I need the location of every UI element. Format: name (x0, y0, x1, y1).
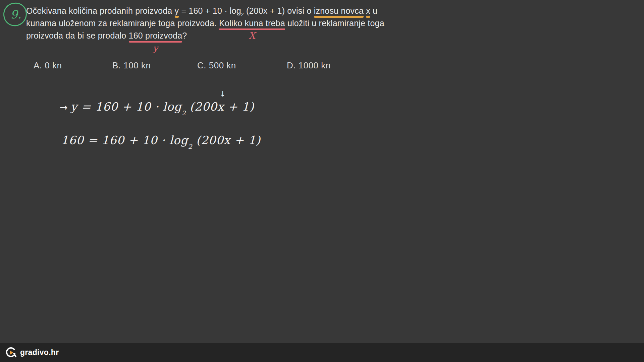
variable-x: x (217, 100, 224, 113)
down-arrow-icon: ↓ (220, 90, 226, 98)
answer-option-c: C. 500 kn (197, 60, 236, 71)
log-base-subscript: 2 (188, 143, 192, 150)
equation-1: →y = 160 + 10 · log2 (200x↓ + 1) (60, 100, 254, 117)
answer-option-b: B. 100 kn (112, 60, 151, 71)
equation-text: + 1) (224, 100, 254, 113)
equation-text: y = 160 + 10 · (70, 100, 163, 113)
problem-text: ? (182, 31, 187, 40)
highlighted-variable-x: x (366, 6, 370, 18)
substituted-variable: x↓ (217, 100, 224, 113)
problem-text: Očekivana količina prodanih proizvoda (26, 6, 175, 15)
equation-2: 160 = 160 + 10 · log2 (200x + 1) (61, 133, 261, 150)
footer-bar: gradivo.hr (0, 343, 644, 362)
question-number-badge: 9. (2, 2, 28, 27)
problem-text: u (370, 6, 377, 15)
gradivo-logo-icon (5, 347, 17, 358)
underlined-text: 160 proizvoda (129, 31, 182, 40)
log-word: log (163, 100, 181, 113)
problem-text: kunama uloženom za reklamiranje toga pro… (26, 18, 219, 28)
brand-name: gradivo.hr (20, 348, 59, 357)
annotation-x-label: X (249, 31, 255, 40)
log-word: log (169, 133, 188, 147)
problem-text: = 160 + 10 · log (179, 6, 241, 15)
log-base-subscript: 2 (182, 109, 186, 117)
equation-text: (200x + 1) (192, 133, 261, 147)
underlined-text: Koliko kuna treba (219, 18, 285, 28)
answer-option-d: D. 1000 kn (287, 60, 331, 71)
question-number: 9. (9, 8, 21, 21)
implies-arrow-icon: → (60, 102, 68, 113)
highlighted-phrase-160-proizvoda: 160 proizvoday (129, 31, 182, 43)
play-icon (10, 350, 13, 355)
problem-text: uložiti u reklamiranje toga (285, 18, 384, 28)
annotation-y-label: y (153, 44, 158, 53)
highlighted-phrase-koliko-kuna-treba: Koliko kuna trebaX (219, 18, 285, 30)
answer-option-a: A. 0 kn (34, 60, 62, 71)
highlighted-phrase-iznosu-novca: iznosu novca (314, 6, 364, 18)
problem-statement: Očekivana količina prodanih proizvoda y … (26, 5, 455, 42)
equation-text: (200 (186, 100, 217, 113)
log-base-subscript: 2 (241, 12, 244, 17)
problem-text: proizvoda da bi se prodalo (26, 31, 129, 40)
problem-text: (200x + 1) ovisi o (244, 6, 314, 15)
highlighted-variable-y: y (175, 6, 179, 18)
equation-text: 160 = 160 + 10 · (61, 133, 169, 147)
